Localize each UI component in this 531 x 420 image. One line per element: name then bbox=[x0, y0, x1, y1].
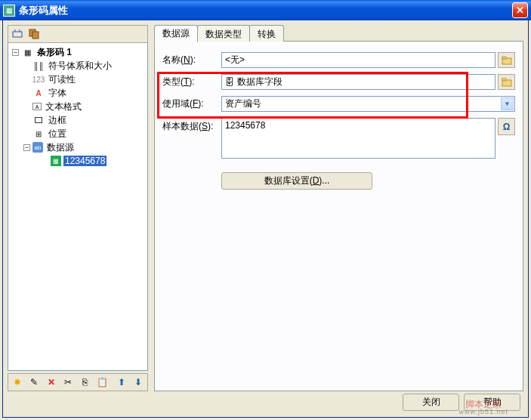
titlebar: ▦ 条形码属性 ✕ bbox=[0, 0, 531, 20]
name-label: 名称(N): bbox=[162, 54, 221, 66]
left-panel: −▦条形码 1 ║║符号体系和大小 123可读性 A字体 A文本格式 边框 ⊞位… bbox=[8, 25, 148, 391]
sample-textarea[interactable] bbox=[221, 118, 495, 159]
close-button[interactable]: 关闭 bbox=[403, 394, 459, 411]
database-icon: 🗄 bbox=[225, 77, 234, 88]
type-input[interactable]: 🗄数据库字段 bbox=[221, 74, 495, 90]
tree-item-border[interactable]: 边框 bbox=[10, 113, 146, 127]
name-browse-button[interactable] bbox=[498, 52, 515, 68]
field-label: 使用域(F): bbox=[162, 97, 221, 110]
delete-icon[interactable]: ✕ bbox=[44, 375, 59, 389]
left-toolbar bbox=[8, 25, 148, 43]
chevron-down-icon[interactable]: ▼ bbox=[501, 97, 514, 110]
tab-bar: 数据源 数据类型 转换 bbox=[154, 25, 523, 42]
sample-label: 样本数据(S): bbox=[162, 118, 221, 133]
tab-transform[interactable]: 转换 bbox=[249, 25, 284, 42]
svg-rect-6 bbox=[502, 57, 506, 59]
type-browse-button[interactable] bbox=[498, 74, 515, 90]
tree-item-position[interactable]: ⊞位置 bbox=[10, 127, 146, 141]
tree-item-datasource[interactable]: −ab数据源 bbox=[10, 141, 146, 154]
app-icon: ▦ bbox=[3, 5, 15, 17]
paste-icon[interactable]: 📋 bbox=[95, 375, 110, 389]
tab-datatype[interactable]: 数据类型 bbox=[197, 25, 250, 42]
copy-icon[interactable] bbox=[26, 27, 42, 41]
dialog-buttons: 关闭 帮助 bbox=[403, 394, 520, 411]
new-icon[interactable]: ✸ bbox=[10, 375, 25, 389]
expand-icon[interactable] bbox=[10, 27, 25, 41]
tree-item-readable[interactable]: 123可读性 bbox=[10, 73, 146, 86]
tree-item-font[interactable]: A字体 bbox=[10, 86, 146, 100]
tree-view[interactable]: −▦条形码 1 ║║符号体系和大小 123可读性 A字体 A文本格式 边框 ⊞位… bbox=[8, 43, 148, 371]
client-area: −▦条形码 1 ║║符号体系和大小 123可读性 A字体 A文本格式 边框 ⊞位… bbox=[2, 20, 529, 418]
movedown-icon[interactable]: ⬇ bbox=[131, 375, 147, 389]
type-label: 类型(T): bbox=[162, 76, 221, 88]
tab-datasource[interactable]: 数据源 bbox=[154, 25, 198, 42]
copy2-icon[interactable]: ⎘ bbox=[78, 375, 93, 389]
field-select[interactable]: 资产编号▼ bbox=[221, 96, 515, 112]
omega-button[interactable]: Ω bbox=[498, 118, 515, 135]
svg-rect-0 bbox=[13, 32, 22, 37]
right-panel: 数据源 数据类型 转换 名称(N): <无> 类型(T): 🗄数据库字段 使用域… bbox=[154, 25, 523, 391]
tree-item-data-value[interactable]: ▦12345678 bbox=[10, 154, 146, 168]
name-input[interactable]: <无> bbox=[221, 52, 495, 68]
close-icon[interactable]: ✕ bbox=[512, 2, 528, 18]
cut-icon[interactable]: ✂ bbox=[61, 375, 76, 389]
wizard-icon[interactable]: ✎ bbox=[27, 375, 42, 389]
svg-rect-4 bbox=[32, 32, 39, 39]
tree-item-symbol[interactable]: ║║符号体系和大小 bbox=[10, 59, 146, 73]
window-title: 条形码属性 bbox=[19, 4, 512, 17]
tree-item-textformat[interactable]: A文本格式 bbox=[10, 100, 146, 113]
moveup-icon[interactable]: ⬆ bbox=[114, 375, 129, 389]
bottom-toolbar: ✸ ✎ ✕ ✂ ⎘ 📋 ⬆ ⬇ bbox=[8, 373, 148, 391]
db-settings-button[interactable]: 数据库设置(D)... bbox=[221, 172, 372, 190]
tree-root[interactable]: −▦条形码 1 bbox=[10, 45, 146, 59]
svg-rect-8 bbox=[502, 79, 506, 81]
help-button[interactable]: 帮助 bbox=[464, 394, 520, 411]
tab-content: 名称(N): <无> 类型(T): 🗄数据库字段 使用域(F): 资产编号▼ 样… bbox=[154, 41, 523, 391]
